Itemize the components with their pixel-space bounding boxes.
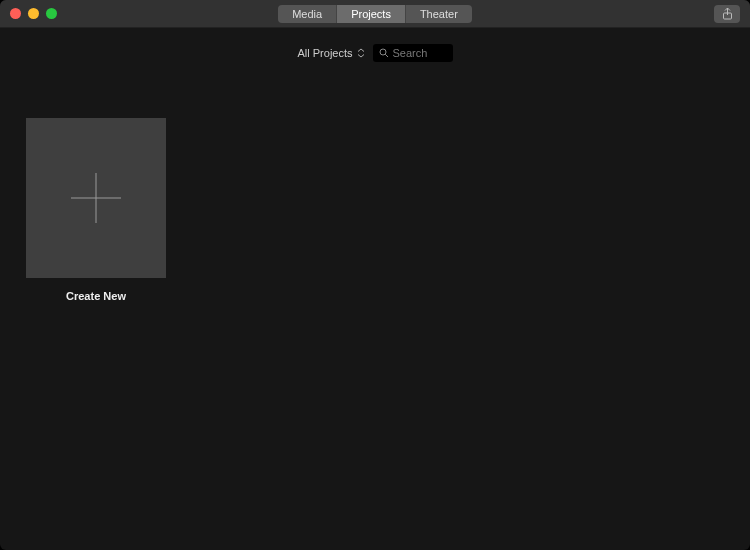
updown-icon bbox=[357, 48, 365, 58]
search-field[interactable] bbox=[373, 44, 453, 62]
app-window: Media Projects Theater All Projects bbox=[0, 0, 750, 550]
create-new-label: Create New bbox=[66, 290, 126, 302]
svg-line-2 bbox=[385, 54, 388, 57]
toolbar: All Projects bbox=[0, 28, 750, 68]
tab-media[interactable]: Media bbox=[278, 5, 337, 23]
filter-dropdown[interactable]: All Projects bbox=[297, 47, 364, 59]
filter-dropdown-label: All Projects bbox=[297, 47, 352, 59]
share-icon bbox=[722, 8, 733, 20]
search-input[interactable] bbox=[393, 47, 447, 59]
window-controls bbox=[10, 8, 57, 19]
plus-icon bbox=[71, 173, 121, 223]
svg-point-1 bbox=[380, 49, 386, 55]
projects-grid: Create New bbox=[0, 68, 750, 550]
create-new-thumbnail bbox=[26, 118, 166, 278]
tab-projects[interactable]: Projects bbox=[337, 5, 406, 23]
share-button[interactable] bbox=[714, 5, 740, 23]
fullscreen-window-button[interactable] bbox=[46, 8, 57, 19]
search-icon bbox=[379, 48, 389, 58]
tab-theater[interactable]: Theater bbox=[406, 5, 472, 23]
titlebar: Media Projects Theater bbox=[0, 0, 750, 28]
view-tab-group: Media Projects Theater bbox=[278, 5, 472, 23]
minimize-window-button[interactable] bbox=[28, 8, 39, 19]
create-new-tile[interactable]: Create New bbox=[26, 118, 166, 302]
close-window-button[interactable] bbox=[10, 8, 21, 19]
